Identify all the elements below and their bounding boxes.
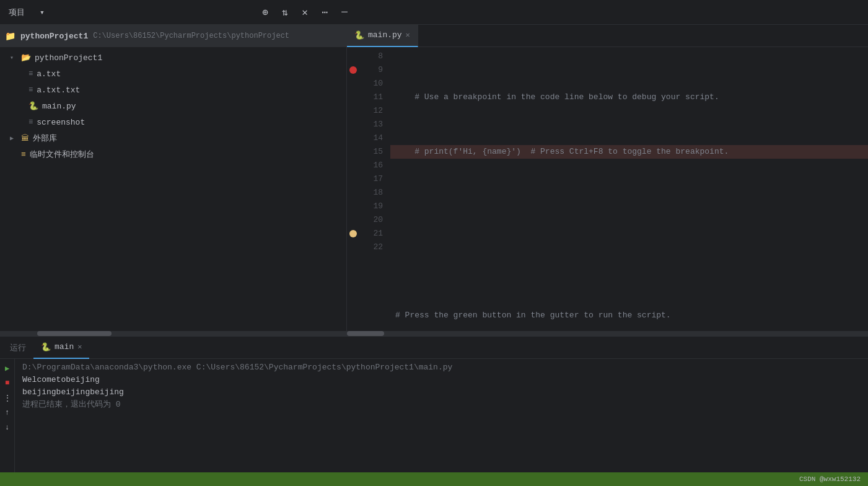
bp-slot-15 xyxy=(347,145,359,159)
ln-16: 16 xyxy=(364,159,383,172)
title-bar-left: 项目 ▾ ⊕ ⇅ ✕ ⋯ ─ xyxy=(5,4,352,20)
ln-15: 15 xyxy=(364,145,383,159)
code-line-9: # print(f'Hi, {name}') # Press Ctrl+F8 t… xyxy=(390,145,868,159)
title-bar-icons: ⊕ ⇅ ✕ ⋯ ─ xyxy=(258,5,352,20)
bottom-panel: 运行 🐍 main ✕ ▶ ■ ⋮ ↑ ↓ D:\ProgramData\ana… xyxy=(0,336,868,472)
code-editor[interactable]: 8 9 10 11 12 13 14 15 16 17 18 19 20 21 … xyxy=(347,47,868,331)
bottom-tab-close[interactable]: ✕ xyxy=(77,342,82,351)
tree-item-root[interactable]: ▾ 📂 pythonProject1 xyxy=(0,50,346,66)
tree-item-temp[interactable]: ≡ 临时文件和控制台 xyxy=(0,146,346,162)
bottom-content: ▶ ■ ⋮ ↑ ↓ D:\ProgramData\anaconda3\pytho… xyxy=(0,359,868,472)
run-label: 运行 xyxy=(5,342,31,353)
code-line-12: # Press the green button in the gutter t… xyxy=(390,309,868,322)
stop-btn[interactable]: ■ xyxy=(1,376,14,390)
expand-arrow2: ▶ xyxy=(10,135,17,142)
bp-slot-8 xyxy=(347,50,359,63)
ln-19: 19 xyxy=(364,200,383,213)
tree-label-atxttxt: a.txt.txt xyxy=(37,86,80,95)
bp-slot-19 xyxy=(347,200,359,213)
code-content[interactable]: # Use a breakpoint in the code line belo… xyxy=(390,47,868,331)
breakpoint-circle xyxy=(349,66,357,74)
file-tree: ▾ 📂 pythonProject1 ≡ a.txt ≡ a.txt.txt 🐍 xyxy=(0,47,346,331)
more-vert-btn[interactable]: ⋮ xyxy=(1,391,14,405)
expand-arrow: ▾ xyxy=(10,54,17,61)
menu-item-project[interactable]: 项目 xyxy=(5,4,28,20)
breakpoint-gutter xyxy=(347,47,359,331)
bottom-tab-main-label: main xyxy=(55,342,74,351)
watermark-text: CSDN @wxw152132 xyxy=(799,475,861,483)
line-numbers: 8 9 10 11 12 13 14 15 16 17 18 19 20 21 … xyxy=(359,47,390,331)
run-btn[interactable]: ▶ xyxy=(1,361,14,375)
bp-slot-17 xyxy=(347,172,359,186)
tree-label-screenshot: screenshot xyxy=(37,118,85,127)
code-line-10 xyxy=(390,200,868,213)
tree-item-atxttxt[interactable]: ≡ a.txt.txt xyxy=(0,82,346,98)
tab-close-btn[interactable]: ✕ xyxy=(406,30,410,40)
tree-label-temp: 临时文件和控制台 xyxy=(30,149,94,160)
ln-21: 21 xyxy=(364,227,383,241)
tab-mainpy[interactable]: 🐍 main.py ✕ xyxy=(347,25,418,47)
code-text-12: # Press the green button in the gutter t… xyxy=(395,311,671,320)
more-icon[interactable]: ⋯ xyxy=(317,5,332,20)
bp-slot-18 xyxy=(347,186,359,200)
editor-scroll-thumb xyxy=(347,331,384,336)
ln-11: 11 xyxy=(364,91,383,104)
term-line-output2: beijingbeijingbeijing xyxy=(22,386,861,399)
title-bar: 项目 ▾ ⊕ ⇅ ✕ ⋯ ─ xyxy=(0,0,868,25)
sidebar-scroll-thumb xyxy=(37,331,112,336)
main-area: 📁 pythonProject1 C:\Users\86152\PycharmP… xyxy=(0,25,868,336)
add-icon[interactable]: ⊕ xyxy=(258,5,273,20)
code-line-11 xyxy=(390,254,868,268)
tab-mainpy-label: main.py xyxy=(368,30,402,40)
ln-8: 8 xyxy=(364,50,383,63)
editor-area: 🐍 main.py ✕ xyxy=(347,25,868,336)
code-line-8: # Use a breakpoint in the code line belo… xyxy=(390,91,868,104)
warning-circle xyxy=(349,230,357,237)
term-line-output1: Welcometobeijing xyxy=(22,374,861,386)
arrow-down-btn[interactable]: ↓ xyxy=(1,421,14,435)
tree-item-extlibs[interactable]: ▶ 🏛 外部库 xyxy=(0,130,346,146)
bp-slot-14 xyxy=(347,131,359,145)
terminal-output: D:\ProgramData\anaconda3\python.exe C:\U… xyxy=(15,359,868,472)
txt-file-icon2: ≡ xyxy=(28,86,33,94)
sidebar: 📁 pythonProject1 C:\Users\86152\PycharmP… xyxy=(0,25,347,336)
bp-slot-21 xyxy=(347,227,359,241)
term-line-cmd: D:\ProgramData\anaconda3\python.exe C:\U… xyxy=(22,361,861,374)
tree-item-atxt[interactable]: ≡ a.txt xyxy=(0,66,346,82)
ln-10: 10 xyxy=(364,77,383,91)
txt-file-icon: ≡ xyxy=(28,69,33,78)
ln-18: 18 xyxy=(364,186,383,200)
editor-scrollbar[interactable] xyxy=(347,331,868,336)
bp-slot-16 xyxy=(347,159,359,172)
tree-item-screenshot[interactable]: ≡ screenshot xyxy=(0,114,346,130)
code-text-8: # Use a breakpoint in the code line belo… xyxy=(395,92,719,102)
bottom-tabs: 运行 🐍 main ✕ xyxy=(0,337,868,359)
bp-slot-13 xyxy=(347,118,359,131)
arrow-up-btn[interactable]: ↑ xyxy=(1,406,14,420)
folder-icon-extlibs: 🏛 xyxy=(21,134,29,143)
ln-14: 14 xyxy=(364,131,383,145)
sort-icon[interactable]: ⇅ xyxy=(278,5,292,20)
bp-slot-10 xyxy=(347,77,359,91)
close-icon[interactable]: ✕ xyxy=(297,5,312,20)
folder-open-icon: 📂 xyxy=(21,53,31,63)
ln-22: 22 xyxy=(364,241,383,254)
bp-slot-22 xyxy=(347,241,359,254)
status-right: CSDN @wxw152132 xyxy=(799,475,861,483)
tree-item-mainpy[interactable]: 🐍 main.py xyxy=(0,98,346,114)
menu-dropdown-arrow[interactable]: ▾ xyxy=(36,5,48,20)
tab-py-icon: 🐍 xyxy=(354,30,364,40)
bottom-tab-main[interactable]: 🐍 main ✕ xyxy=(33,337,89,359)
tab-bar: 🐍 main.py ✕ xyxy=(347,25,868,47)
bottom-left-icons: ▶ ■ ⋮ ↑ ↓ xyxy=(0,359,15,472)
bp-slot-11 xyxy=(347,91,359,104)
ln-13: 13 xyxy=(364,118,383,131)
project-folder-icon: 📁 xyxy=(5,31,15,42)
screenshot-file-icon: ≡ xyxy=(28,118,33,126)
sidebar-header: 📁 pythonProject1 C:\Users\86152\PycharmP… xyxy=(0,25,346,47)
py-file-icon: 🐍 xyxy=(28,101,38,111)
project-path: C:\Users\86152\PycharmProjects\pythonPro… xyxy=(93,32,289,40)
minimize-icon[interactable]: ─ xyxy=(337,5,352,20)
sidebar-scrollbar[interactable] xyxy=(0,331,346,336)
bp-slot-20 xyxy=(347,213,359,227)
